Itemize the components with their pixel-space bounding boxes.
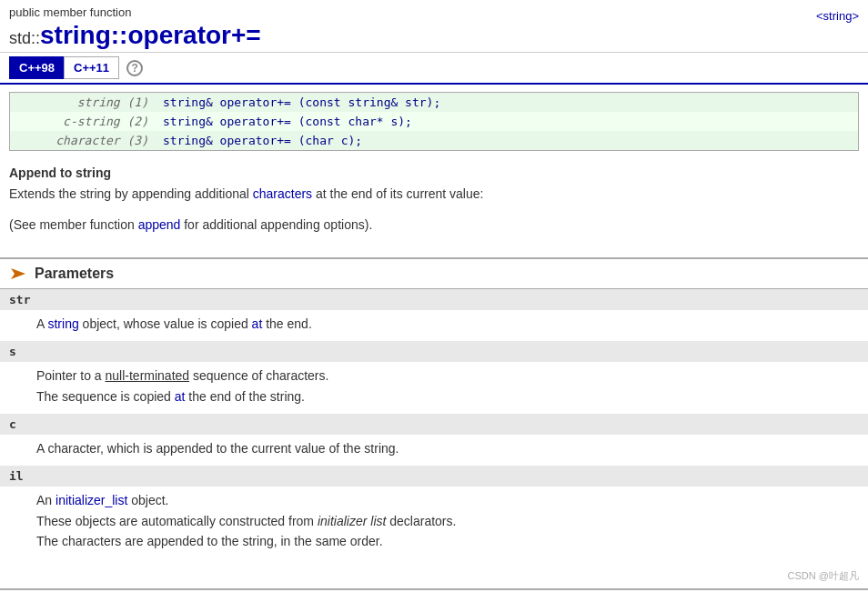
top-left: public member function std::string::oper…: [9, 5, 261, 50]
code-row-3: character (3) string& operator+= (char c…: [10, 131, 858, 150]
param-s-desc-row: Pointer to a null-terminated sequence of…: [0, 362, 868, 414]
function-title: std::string::operator+=: [9, 21, 261, 50]
string-link[interactable]: <string>: [816, 9, 859, 23]
param-c-desc: A character, which is appended to the cu…: [0, 435, 868, 466]
code-label-2: c-string (2): [10, 112, 156, 131]
tab-cpp98[interactable]: C++98: [9, 56, 64, 79]
parameters-icon: [9, 265, 27, 283]
param-s-desc: Pointer to a null-terminated sequence of…: [0, 362, 868, 414]
append-link[interactable]: append: [138, 217, 181, 232]
append-desc1: Extends the string by appending addition…: [9, 184, 859, 204]
string-type-link[interactable]: string: [47, 316, 78, 331]
parameters-header: Parameters: [0, 257, 868, 289]
param-str-name-row: str: [0, 289, 868, 310]
code-row-1: string (1) string& operator+= (const str…: [10, 93, 858, 112]
top-bar: public member function std::string::oper…: [0, 0, 868, 53]
code-cell-1: string& operator+= (const string& str);: [156, 93, 858, 112]
top-right-link[interactable]: <string>: [816, 5, 859, 23]
initializer-list-link[interactable]: initializer_list: [56, 493, 127, 507]
characters-link[interactable]: characters: [253, 186, 312, 201]
param-s-name: s: [0, 341, 868, 362]
code-table-container: string (1) string& operator+= (const str…: [9, 92, 859, 151]
operator-name: string::operator+=: [40, 21, 261, 49]
return-section: Return Value *this: [0, 588, 868, 592]
at-link-str[interactable]: at: [252, 316, 263, 331]
code-cell-2: string& operator+= (const char* s);: [156, 112, 858, 131]
param-il-desc: An initializer_list object. These object…: [0, 487, 868, 558]
param-table: str A string object, whose value is copi…: [0, 289, 868, 559]
watermark: CSDN @叶超凡: [788, 569, 859, 583]
param-il-name: il: [0, 466, 868, 487]
svg-marker-0: [11, 268, 25, 279]
param-str-name: str: [0, 289, 868, 310]
param-c-desc-row: A character, which is appended to the cu…: [0, 435, 868, 466]
code-label-1: string (1): [10, 93, 156, 112]
param-il-desc-row: An initializer_list object. These object…: [0, 487, 868, 558]
parameters-title: Parameters: [35, 266, 114, 282]
param-s-name-row: s: [0, 341, 868, 362]
append-desc2: (See member function append for addition…: [9, 215, 859, 235]
tabs-row: C++98 C++11 ?: [0, 53, 868, 85]
param-c-name: c: [0, 414, 868, 435]
public-member-label: public member function: [9, 5, 261, 19]
param-str-desc-row: A string object, whose value is copied a…: [0, 310, 868, 341]
code-cell-3: string& operator+= (char c);: [156, 131, 858, 150]
append-section: Append to string Extends the string by a…: [0, 158, 868, 243]
tab-cpp11[interactable]: C++11: [64, 56, 119, 79]
param-il-name-row: il: [0, 466, 868, 487]
at-link-s[interactable]: at: [175, 389, 186, 404]
code-row-2: c-string (2) string& operator+= (const c…: [10, 112, 858, 131]
append-title: Append to string: [9, 166, 859, 180]
std-prefix: std::: [9, 29, 40, 47]
code-table: string (1) string& operator+= (const str…: [10, 93, 858, 150]
code-label-3: character (3): [10, 131, 156, 150]
param-c-name-row: c: [0, 414, 868, 435]
help-icon[interactable]: ?: [126, 60, 143, 76]
param-str-desc: A string object, whose value is copied a…: [0, 310, 868, 341]
